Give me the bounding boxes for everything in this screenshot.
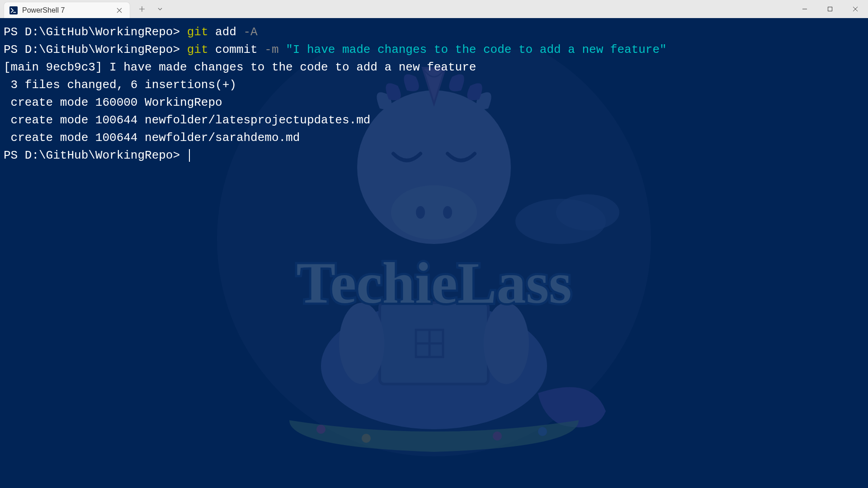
window-controls	[792, 0, 868, 18]
terminal-output: PS D:\GitHub\WorkingRepo> git add -APS D…	[4, 23, 864, 164]
svg-text:TechieLass: TechieLass	[296, 250, 571, 315]
tab-actions	[134, 1, 168, 17]
powershell-icon	[9, 6, 18, 14]
tab-dropdown-button[interactable]	[152, 1, 168, 17]
svg-point-6	[391, 185, 477, 239]
svg-rect-10	[416, 330, 443, 357]
svg-point-13	[339, 303, 384, 384]
svg-point-17	[493, 432, 502, 441]
title-bar-left: PowerShell 7	[0, 0, 168, 18]
svg-point-7	[416, 206, 425, 219]
tab-powershell[interactable]: PowerShell 7	[4, 2, 130, 18]
svg-point-2	[515, 199, 606, 244]
tab-title: PowerShell 7	[22, 6, 110, 14]
close-window-button[interactable]	[843, 0, 868, 18]
terminal-line: PS D:\GitHub\WorkingRepo> git add -A	[4, 23, 864, 41]
title-bar: PowerShell 7	[0, 0, 868, 18]
svg-point-4	[321, 303, 547, 429]
terminal-line: PS D:\GitHub\WorkingRepo>	[4, 147, 864, 164]
terminal-line: PS D:\GitHub\WorkingRepo> git commit -m …	[4, 41, 864, 59]
terminal-line: create mode 100644 newfolder/sarahdemo.m…	[4, 129, 864, 147]
minimize-button[interactable]	[792, 0, 817, 18]
cursor	[189, 149, 190, 162]
svg-point-18	[538, 427, 547, 436]
svg-rect-0	[828, 7, 832, 11]
svg-point-3	[556, 194, 619, 230]
svg-rect-9	[380, 303, 488, 384]
terminal-line: 3 files changed, 6 insertions(+)	[4, 76, 864, 94]
terminal-line: create mode 100644 newfolder/latesprojec…	[4, 112, 864, 129]
tab-close-button[interactable]	[114, 5, 124, 15]
terminal-line: [main 9ecb9c3] I have made changes to th…	[4, 59, 864, 76]
svg-point-16	[362, 434, 371, 443]
new-tab-button[interactable]	[134, 1, 150, 17]
terminal-area[interactable]: TechieLass TechieLass PS D:\GitHub\Worki…	[0, 18, 868, 488]
svg-point-14	[484, 303, 529, 384]
svg-point-8	[443, 206, 452, 219]
maximize-button[interactable]	[817, 0, 843, 18]
svg-text:TechieLass: TechieLass	[296, 250, 571, 315]
svg-point-15	[316, 425, 326, 434]
terminal-line: create mode 160000 WorkingRepo	[4, 94, 864, 112]
